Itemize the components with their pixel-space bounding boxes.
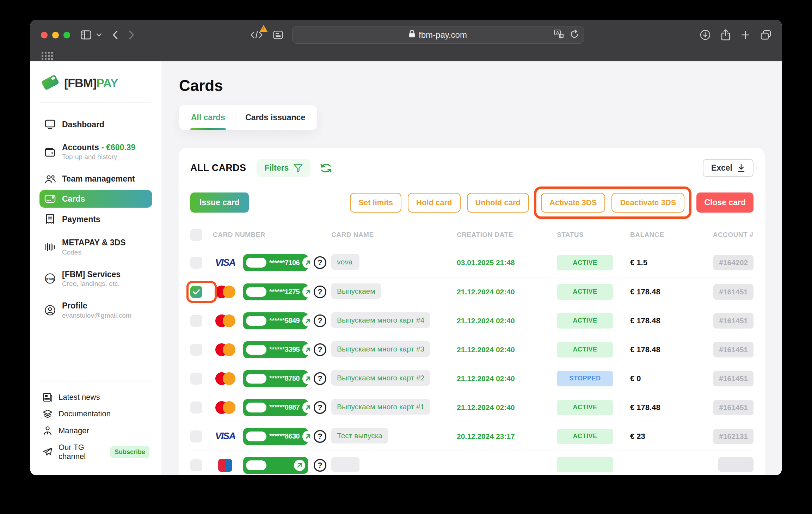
balance: € 178.48 <box>630 287 698 296</box>
select-all-checkbox[interactable] <box>190 229 202 241</box>
row-checkbox-wrap <box>190 459 213 471</box>
row-checkbox[interactable] <box>190 257 202 269</box>
open-card-arrow-icon[interactable] <box>302 286 314 298</box>
excel-export-button[interactable]: Excel <box>703 159 753 177</box>
table-row: ? <box>190 451 753 475</box>
balance: € 1.5 <box>630 258 698 267</box>
downloads-icon[interactable] <box>700 30 710 40</box>
card-brand-icon <box>213 343 238 356</box>
card-name: Выпускаем много карт #1 <box>331 399 430 415</box>
open-card-arrow-icon[interactable] <box>302 344 314 355</box>
share-icon[interactable] <box>721 29 730 41</box>
sidebar-item-tg-channel[interactable]: Our TG channel Subscribe <box>39 439 152 465</box>
open-card-arrow-icon[interactable] <box>302 257 314 268</box>
open-card-arrow-icon[interactable] <box>294 460 305 471</box>
svg-text:✱: ✱ <box>560 34 563 38</box>
issue-card-button[interactable]: Issue card <box>190 192 249 213</box>
sidebar-footer: Latest news Documentation Manager Our TG… <box>39 381 152 465</box>
receipt-icon <box>44 214 56 225</box>
card-brand-icon <box>213 459 238 472</box>
help-icon[interactable]: ? <box>314 314 326 327</box>
help-icon[interactable]: ? <box>314 256 326 269</box>
forward-button[interactable] <box>129 30 134 39</box>
sidebar-item-documentation[interactable]: Documentation <box>39 405 152 422</box>
sidebar-item-metapay-3ds[interactable]: METAPAY & 3DS Codes <box>39 234 152 260</box>
section-title: ALL CARDS <box>190 163 246 173</box>
card-number-pill[interactable]: ******5849 <box>243 312 308 329</box>
card-name: Выпускаем много карт #2 <box>331 370 430 386</box>
row-checkbox[interactable] <box>190 373 202 385</box>
sidebar-toggle-icon[interactable] <box>81 30 91 39</box>
monitor-icon <box>44 120 56 129</box>
card-number-pill[interactable]: ******8630 <box>243 428 308 445</box>
logo[interactable]: [FBM]PAY <box>39 74 152 92</box>
row-checkbox[interactable] <box>190 459 202 471</box>
activate-3ds-button[interactable]: Activate 3DS <box>541 193 605 213</box>
telegram-icon <box>42 447 53 457</box>
sidebar-item-dashboard[interactable]: Dashboard <box>39 115 152 134</box>
cards-panel: ALL CARDS Filters Excel <box>179 148 765 475</box>
card-brand-icon: VISA <box>213 431 238 442</box>
row-checkbox[interactable] <box>190 315 202 327</box>
hold-card-button[interactable]: Hold card <box>408 193 460 213</box>
translate-icon[interactable]: A✱ <box>554 30 565 40</box>
filters-button[interactable]: Filters <box>257 159 310 177</box>
card-number-pill[interactable]: ******0987 <box>243 399 308 416</box>
masked-number-blob <box>246 403 266 412</box>
card-name: Выпускаем <box>331 283 381 299</box>
zoom-window-button[interactable] <box>63 32 70 38</box>
help-icon[interactable]: ? <box>314 286 326 298</box>
subscribe-badge[interactable]: Subscribe <box>110 446 149 458</box>
help-icon[interactable]: ? <box>314 459 326 472</box>
open-card-arrow-icon[interactable] <box>302 373 314 384</box>
help-icon[interactable]: ? <box>314 343 326 356</box>
sidebar-item-accounts[interactable]: Accounts - €600.39 Top-up and history <box>39 139 152 165</box>
open-card-arrow-icon[interactable] <box>302 315 314 326</box>
set-limits-button[interactable]: Set limits <box>350 193 401 213</box>
open-card-arrow-icon[interactable] <box>302 431 314 442</box>
refresh-button[interactable] <box>320 163 332 174</box>
card-number-pill[interactable]: ******1275 <box>243 283 308 300</box>
sidebar-item-payments[interactable]: Payments <box>39 210 152 229</box>
tab-all-cards[interactable]: All cards <box>182 105 234 130</box>
apps-grid-icon[interactable] <box>42 52 53 60</box>
new-tab-icon[interactable] <box>741 30 750 39</box>
address-bar[interactable]: fbm-pay.com A✱ <box>292 26 584 44</box>
dev-code-icon[interactable] <box>251 31 263 39</box>
sidebar-item-profile[interactable]: Profile evanstulov@gmail.com <box>39 297 152 323</box>
row-checkbox[interactable] <box>190 286 202 298</box>
chevron-down-icon[interactable] <box>96 33 102 37</box>
close-window-button[interactable] <box>41 32 48 38</box>
sidebar-item-team-management[interactable]: Team management <box>39 170 152 188</box>
masked-number-blob <box>246 316 266 326</box>
card-number-pill[interactable] <box>243 457 308 474</box>
open-card-arrow-icon[interactable] <box>302 402 314 413</box>
reload-icon[interactable] <box>570 30 579 40</box>
help-icon[interactable]: ? <box>314 401 326 414</box>
minimize-window-button[interactable] <box>52 32 59 38</box>
sidebar-item-manager[interactable]: Manager <box>39 422 152 439</box>
card-number-pill[interactable]: ******8750 <box>243 370 308 387</box>
close-card-button[interactable]: Close card <box>696 192 753 213</box>
card-number-pill[interactable]: ******7106 <box>243 254 308 271</box>
sidebar: [FBM]PAY Dashboard Accounts - €600.39 To… <box>30 61 161 475</box>
tab-overview-icon[interactable] <box>761 30 771 40</box>
tab-cards-issuance[interactable]: Cards issuance <box>236 105 314 130</box>
unhold-card-button[interactable]: Unhold card <box>467 193 529 213</box>
page-layout-icon[interactable] <box>273 31 283 39</box>
row-checkbox[interactable] <box>190 344 202 356</box>
manager-icon <box>42 426 53 436</box>
back-button[interactable] <box>112 30 118 39</box>
card-number-pill[interactable]: ******3395 <box>243 341 308 358</box>
account-number: #164202 <box>713 255 753 270</box>
sidebar-item-fbm-services[interactable]: [FBM] [FBM] Services Creo, landings, etc… <box>39 265 152 292</box>
row-checkbox[interactable] <box>190 402 202 414</box>
help-icon[interactable]: ? <box>314 372 326 385</box>
sidebar-item-latest-news[interactable]: Latest news <box>39 389 152 405</box>
row-checkbox[interactable] <box>190 430 202 442</box>
table-row: ******1275 ? Выпускаем 21.12.2024 02:40 … <box>190 277 753 306</box>
balance: € 178.48 <box>630 345 698 354</box>
deactivate-3ds-button[interactable]: Deactivate 3DS <box>611 193 684 213</box>
sidebar-item-cards[interactable]: Cards <box>39 190 152 208</box>
help-icon[interactable]: ? <box>314 430 326 443</box>
